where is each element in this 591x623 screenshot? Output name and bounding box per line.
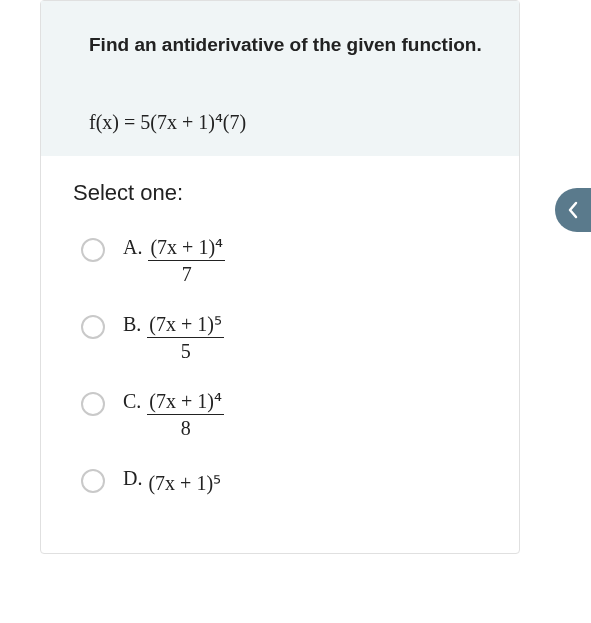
- option-c[interactable]: C. (7x + 1)⁴ 8: [81, 390, 519, 439]
- radio-a[interactable]: [81, 238, 105, 262]
- question-formula: f(x) = 5(7x + 1)⁴(7): [89, 111, 246, 133]
- collapse-tab[interactable]: [555, 188, 591, 232]
- option-c-letter: C.: [123, 390, 141, 413]
- option-b-letter: B.: [123, 313, 141, 336]
- question-prompt: Find an antiderivative of the given func…: [89, 29, 487, 61]
- option-c-fraction: (7x + 1)⁴ 8: [147, 390, 224, 439]
- question-formula-row: f(x) = 5(7x + 1)⁴(7): [41, 88, 519, 156]
- question-card: Find an antiderivative of the given func…: [40, 0, 520, 554]
- option-b-fraction: (7x + 1)⁵ 5: [147, 313, 224, 362]
- option-a-numerator: (7x + 1)⁴: [148, 236, 225, 261]
- radio-b[interactable]: [81, 315, 105, 339]
- select-one-label: Select one:: [41, 156, 519, 216]
- option-b-label: B. (7x + 1)⁵ 5: [123, 313, 224, 362]
- option-d[interactable]: D. (7x + 1)⁵: [81, 467, 519, 495]
- option-a-label: A. (7x + 1)⁴ 7: [123, 236, 225, 285]
- options-list: A. (7x + 1)⁴ 7 B. (7x + 1)⁵ 5 C.: [41, 236, 519, 495]
- option-a-letter: A.: [123, 236, 142, 259]
- option-b-denominator: 5: [147, 338, 224, 362]
- option-a-denominator: 7: [148, 261, 225, 285]
- option-d-label: D. (7x + 1)⁵: [123, 467, 221, 495]
- option-c-label: C. (7x + 1)⁴ 8: [123, 390, 224, 439]
- question-prompt-box: Find an antiderivative of the given func…: [41, 1, 519, 89]
- option-a-fraction: (7x + 1)⁴ 7: [148, 236, 225, 285]
- option-c-denominator: 8: [147, 415, 224, 439]
- option-b[interactable]: B. (7x + 1)⁵ 5: [81, 313, 519, 362]
- option-a[interactable]: A. (7x + 1)⁴ 7: [81, 236, 519, 285]
- option-d-letter: D.: [123, 467, 142, 490]
- radio-d[interactable]: [81, 469, 105, 493]
- option-c-numerator: (7x + 1)⁴: [147, 390, 224, 415]
- chevron-left-icon: [566, 201, 580, 219]
- option-b-numerator: (7x + 1)⁵: [147, 313, 224, 338]
- radio-c[interactable]: [81, 392, 105, 416]
- option-d-expression: (7x + 1)⁵: [148, 467, 221, 495]
